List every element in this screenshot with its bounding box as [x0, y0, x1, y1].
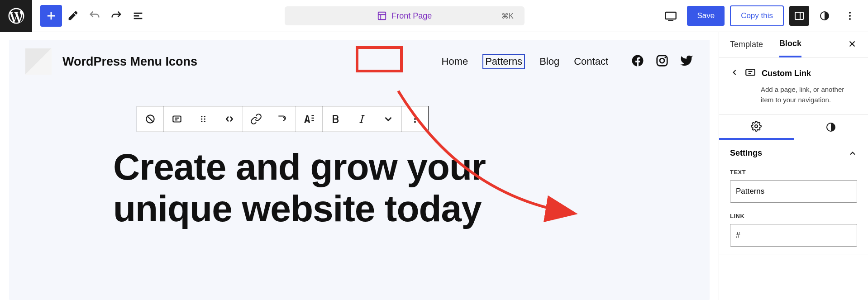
- editor-canvas-area: WordPress Menu Icons Home Patterns Blog …: [0, 32, 719, 300]
- settings-subtab[interactable]: [719, 114, 794, 140]
- hero-heading[interactable]: Create and grow your unique website toda…: [113, 146, 606, 229]
- svg-rect-22: [746, 70, 755, 76]
- svg-point-9: [664, 57, 666, 58]
- text-field-label: TEXT: [730, 169, 857, 176]
- link-button[interactable]: [243, 106, 269, 132]
- gear-icon: [751, 121, 762, 132]
- copy-button[interactable]: Copy this: [730, 5, 784, 26]
- block-description: Add a page, link, or another item to you…: [761, 85, 857, 105]
- svg-point-14: [201, 118, 202, 119]
- twitter-icon[interactable]: [680, 54, 693, 69]
- document-title: Front Page: [391, 11, 432, 21]
- site-header: WordPress Menu Icons Home Patterns Blog …: [9, 40, 710, 83]
- styles-subtab[interactable]: [794, 114, 868, 140]
- italic-button[interactable]: [349, 106, 375, 132]
- panel-title: Settings: [730, 148, 762, 158]
- list-view-button[interactable]: [127, 5, 149, 27]
- settings-sidebar-toggle[interactable]: [789, 6, 809, 26]
- nav-item-home[interactable]: Home: [442, 56, 468, 67]
- edit-tool-button[interactable]: [62, 5, 84, 27]
- svg-rect-11: [173, 116, 181, 122]
- svg-point-23: [755, 125, 758, 128]
- layout-icon: [377, 11, 387, 21]
- site-logo-placeholder[interactable]: [25, 48, 52, 75]
- more-formatting-button[interactable]: [375, 106, 401, 132]
- redo-button[interactable]: [105, 5, 127, 27]
- nav-item-patterns[interactable]: Patterns: [482, 54, 525, 69]
- svg-point-8: [660, 58, 664, 63]
- submenu-button[interactable]: [269, 106, 296, 132]
- site-title[interactable]: WordPress Menu Icons: [62, 55, 197, 69]
- close-sidebar-button[interactable]: [847, 39, 857, 51]
- svg-point-15: [204, 118, 205, 119]
- text-formatting-button[interactable]: [296, 106, 322, 132]
- navigation-menu: Home Patterns Blog Contact: [442, 54, 694, 69]
- svg-rect-2: [795, 12, 803, 19]
- text-input[interactable]: [730, 180, 857, 203]
- block-options-button[interactable]: [402, 106, 428, 132]
- parent-block-button[interactable]: [164, 106, 190, 132]
- contrast-icon: [825, 122, 836, 133]
- svg-point-16: [201, 121, 202, 122]
- bold-button[interactable]: [323, 106, 349, 132]
- options-menu-button[interactable]: [840, 6, 860, 26]
- document-title-button[interactable]: Front Page ⌘K: [285, 6, 525, 25]
- svg-rect-0: [378, 12, 386, 20]
- top-toolbar: Front Page ⌘K Save Copy this: [0, 0, 868, 32]
- drag-handle-button[interactable]: [190, 106, 216, 132]
- block-type-button[interactable]: [137, 106, 163, 132]
- svg-point-13: [204, 116, 205, 117]
- settings-panel-toggle[interactable]: Settings: [719, 140, 868, 166]
- add-block-button[interactable]: [40, 5, 62, 27]
- svg-point-6: [849, 18, 851, 20]
- svg-point-12: [201, 116, 202, 117]
- styles-button[interactable]: [815, 6, 835, 26]
- back-icon[interactable]: [730, 68, 739, 79]
- svg-point-18: [414, 115, 416, 117]
- link-input[interactable]: [730, 224, 857, 247]
- undo-button[interactable]: [84, 5, 105, 27]
- tab-block[interactable]: Block: [779, 32, 801, 57]
- block-name: Custom Link: [762, 69, 811, 78]
- svg-point-4: [849, 12, 851, 14]
- wordpress-logo[interactable]: [0, 0, 32, 32]
- instagram-icon[interactable]: [655, 54, 669, 69]
- view-button[interactable]: [660, 5, 682, 27]
- move-button[interactable]: [216, 106, 243, 132]
- custom-link-icon: [744, 67, 756, 80]
- svg-rect-1: [666, 12, 676, 19]
- save-button[interactable]: Save: [687, 6, 725, 26]
- facebook-icon[interactable]: [631, 54, 644, 69]
- chevron-up-icon: [848, 149, 857, 158]
- nav-item-contact[interactable]: Contact: [574, 56, 608, 67]
- tab-template[interactable]: Template: [730, 33, 763, 57]
- keyboard-shortcut: ⌘K: [501, 12, 514, 20]
- link-field-label: LINK: [730, 213, 857, 219]
- nav-item-blog[interactable]: Blog: [539, 56, 559, 67]
- svg-point-20: [414, 121, 416, 123]
- svg-point-5: [849, 15, 851, 17]
- svg-point-17: [204, 121, 205, 122]
- block-toolbar: [137, 106, 429, 132]
- settings-sidebar: Template Block Custom Link Add a page, l…: [719, 32, 868, 300]
- hero-section[interactable]: Create and grow your unique website toda…: [9, 83, 710, 229]
- svg-point-19: [414, 118, 416, 120]
